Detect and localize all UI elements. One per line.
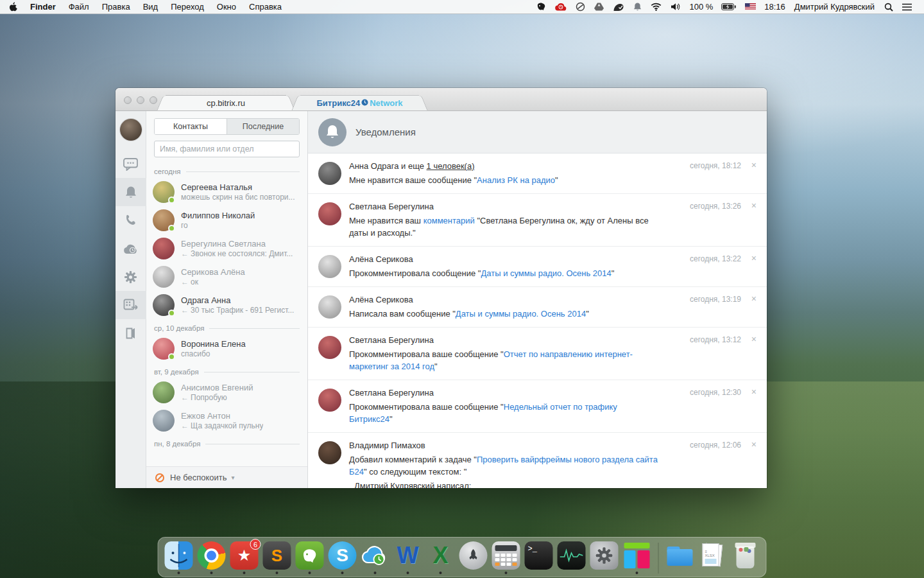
menubar-menu-переход[interactable]: Переход xyxy=(164,0,210,13)
bell-icon xyxy=(124,186,137,199)
contact-list-item[interactable]: Филиппов Николайго xyxy=(146,206,307,234)
sync-cloud-icon[interactable] xyxy=(551,0,571,13)
menubar-menu-правка[interactable]: Правка xyxy=(96,0,137,13)
menubar-username[interactable]: Дмитрий Кудрявский xyxy=(789,2,880,12)
notification-link[interactable]: Даты и суммы радио. Осень 2014 xyxy=(456,309,586,319)
dock-icon-documents-stack[interactable]: ≡ XLSX xyxy=(699,541,727,575)
dock-icon-calculator[interactable] xyxy=(492,541,520,575)
dock-icon-sublime-text[interactable]: S xyxy=(263,541,291,575)
battery-percent[interactable]: 100 % xyxy=(685,2,717,12)
close-window-button[interactable] xyxy=(124,96,132,104)
dock-icon-excel[interactable]: X xyxy=(427,541,455,575)
window-titlebar[interactable]: cp.bitrix.ru Битрикс24 Network xyxy=(116,88,767,111)
dock-icon-activity-monitor[interactable] xyxy=(558,541,586,575)
sidebar-item-apps[interactable] xyxy=(116,291,146,319)
user-avatar[interactable] xyxy=(120,119,142,141)
notification-row: Алёна СериковаПрокомментировала сообщени… xyxy=(308,247,767,287)
contact-group-label: вт, 9 декабря xyxy=(146,363,307,378)
tab-contacts[interactable]: Контакты xyxy=(155,119,227,134)
contact-name: Сергеева Наталья xyxy=(181,182,295,192)
notification-center-icon[interactable] xyxy=(898,0,916,13)
dock-icon-folder[interactable] xyxy=(666,541,694,575)
contact-avatar xyxy=(153,181,175,203)
running-indicator-dot xyxy=(505,572,508,574)
menubar-menu-справка[interactable]: Справка xyxy=(243,0,288,13)
close-icon[interactable]: × xyxy=(751,387,757,397)
tab-cp-bitrix-ru[interactable]: cp.bitrix.ru xyxy=(166,95,286,110)
close-icon[interactable]: × xyxy=(751,200,757,211)
circle-slash-icon[interactable] xyxy=(571,0,590,13)
close-icon[interactable]: × xyxy=(751,439,757,450)
close-icon[interactable]: × xyxy=(751,334,757,344)
contact-list-item[interactable]: Берегулина Светлана←Звонок не состоялся:… xyxy=(146,234,307,263)
dock-icon-word[interactable]: W xyxy=(394,541,422,575)
sidebar-item-calls[interactable] xyxy=(116,206,146,234)
contact-list-item[interactable]: Анисимов Евгений←Попробую xyxy=(146,378,307,407)
minimize-window-button[interactable] xyxy=(137,96,144,104)
sidebar-item-messages[interactable] xyxy=(116,150,146,178)
dock-icon-trash[interactable] xyxy=(732,541,760,575)
contact-list-item[interactable]: Ежков Антон←Ща задачкой пульну xyxy=(146,407,307,435)
dock-icon-wunderlist[interactable]: ★6 xyxy=(230,541,259,575)
sidebar-item-history[interactable] xyxy=(116,234,146,263)
dock-icon-evernote[interactable] xyxy=(296,541,324,575)
drive-icon[interactable] xyxy=(590,0,608,13)
dock-icon-skype[interactable]: S xyxy=(329,541,357,575)
contacts-segmented-control: Контакты Последние xyxy=(154,118,300,135)
zoom-window-button[interactable] xyxy=(150,96,157,104)
menubar-menu-app[interactable]: Finder xyxy=(24,0,62,13)
wifi-icon[interactable] xyxy=(646,0,666,13)
dock-icon-system-preferences[interactable] xyxy=(590,541,619,575)
dock-icon-cloud-clock[interactable] xyxy=(361,541,389,575)
online-status-dot xyxy=(168,197,175,204)
running-indicator-dot xyxy=(636,572,638,574)
running-indicator-dot xyxy=(407,572,409,574)
contact-avatar xyxy=(153,381,175,403)
dock-icon-finder[interactable] xyxy=(165,541,193,575)
notification-link[interactable]: Анализ РК на радио xyxy=(477,175,555,185)
more-people-link[interactable]: 1 человек(а) xyxy=(427,161,475,171)
menubar-menu-окно[interactable]: Окно xyxy=(210,0,243,13)
sidebar-item-notifications[interactable] xyxy=(116,178,146,206)
notification-text: Прокомментировала ваше сообщение "Недель… xyxy=(349,401,660,425)
contact-list-item[interactable]: Одрага Анна←30 тыс Трафик - 691 Регист..… xyxy=(146,291,307,319)
contact-list: сегодняСергеева Натальяможешь скрин на б… xyxy=(146,157,307,488)
menubar-clock[interactable]: 18:16 xyxy=(760,2,789,12)
menubar: FinderФайлПравкаВидПереходОкноСправка 10… xyxy=(0,0,924,14)
evernote-icon[interactable] xyxy=(532,0,551,13)
dock-icon-color-tiles[interactable] xyxy=(623,541,651,575)
contact-list-item[interactable]: Сергеева Натальяможешь скрин на бис повт… xyxy=(146,178,307,206)
spotlight-icon[interactable] xyxy=(880,0,898,13)
dock-icon-terminal[interactable]: >_ xyxy=(525,541,553,575)
keyboard-flag-icon[interactable] xyxy=(740,0,760,13)
traffic-lights[interactable] xyxy=(124,96,157,104)
notification-link[interactable]: комментарий xyxy=(424,216,475,225)
close-icon[interactable]: × xyxy=(751,160,757,170)
contact-list-item[interactable]: Серикова Алёна←ок xyxy=(146,263,307,291)
gear-icon xyxy=(124,270,137,284)
menubar-menu-файл[interactable]: Файл xyxy=(62,0,96,13)
sidebar-item-settings[interactable] xyxy=(116,263,146,291)
close-icon[interactable]: × xyxy=(751,253,757,263)
menubar-menu-вид[interactable]: Вид xyxy=(137,0,165,13)
dock-icon-launchpad[interactable] xyxy=(459,541,488,575)
close-icon[interactable]: × xyxy=(751,293,757,304)
sidebar-item-exit[interactable] xyxy=(116,319,146,347)
dock-icon-chrome[interactable] xyxy=(198,541,226,575)
do-not-disturb-toggle[interactable]: Не беспокоить ▾ xyxy=(146,466,307,488)
tab-recent[interactable]: Последние xyxy=(227,119,299,134)
contact-last-message: спасибо xyxy=(181,349,246,358)
skype-icon: S xyxy=(329,541,357,570)
chevron-down-icon: ▾ xyxy=(232,474,235,481)
contact-search-input[interactable] xyxy=(154,141,300,157)
battery-icon[interactable] xyxy=(717,0,740,13)
bell-status-icon[interactable] xyxy=(629,0,646,13)
notification-timestamp: сегодня, 13:12 xyxy=(690,335,741,344)
contact-list-item[interactable]: Воронина Еленаспасибо xyxy=(146,335,307,363)
tab-bitrix24-network[interactable]: Битрикс24 Network xyxy=(300,95,419,110)
apple-menu-icon[interactable] xyxy=(8,2,24,12)
system-preferences-icon xyxy=(590,541,619,570)
volume-icon[interactable] xyxy=(666,0,685,13)
notification-link[interactable]: Даты и суммы радио. Осень 2014 xyxy=(481,268,611,278)
shell-check-icon[interactable] xyxy=(608,0,629,13)
